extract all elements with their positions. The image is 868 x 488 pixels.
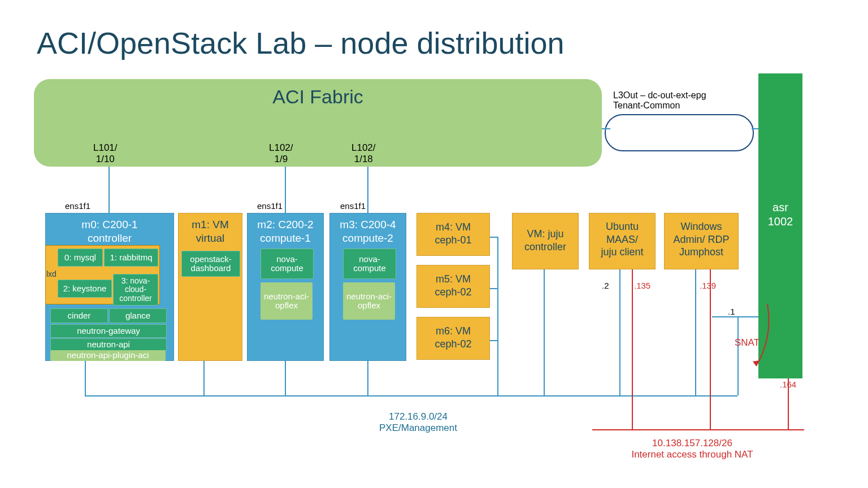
branch-m5 xyxy=(490,288,498,289)
link-fabric-cloud xyxy=(602,128,610,129)
svc-keystone: 2: keystone xyxy=(58,280,112,298)
lxd-label: lxd xyxy=(46,269,57,278)
svc-m3-nova-compute: nova-compute xyxy=(343,249,396,279)
l3out-label: L3Out – dc-out-ext-epg Tenant-Common xyxy=(613,90,706,111)
drop-m1 xyxy=(203,361,205,395)
cloud-icon xyxy=(605,114,754,151)
iface-m3: ens1f1 xyxy=(340,201,366,211)
mgmt-bus xyxy=(85,395,737,396)
red-winrdp xyxy=(710,269,711,429)
drop-maas xyxy=(619,269,620,395)
svc-m3-neutron-aci-opflex: neutron-aci-opflex xyxy=(343,282,395,320)
ip-maas-nat: .135 xyxy=(634,281,650,290)
ip-maas-mgmt: .2 xyxy=(602,281,609,290)
port-l102-1-18: L102/ 1/18 xyxy=(351,142,376,165)
drop-m3 xyxy=(367,361,368,395)
link-fabric-m3 xyxy=(367,167,368,213)
port-l101-1-10: L101/ 1/10 xyxy=(93,142,118,165)
svc-openstack-dashboard: openstack-dashboard xyxy=(181,251,240,277)
aci-fabric-title: ACI Fabric xyxy=(34,86,602,108)
link-cloud-asr xyxy=(752,128,758,129)
node-m5-ceph02: m5: VM ceph-02 xyxy=(416,265,490,308)
diagram-stage: ACI/OpenStack Lab – node distribution AC… xyxy=(0,0,868,488)
drop-ceph xyxy=(497,237,498,395)
svc-neutron-gateway: neutron-gateway xyxy=(50,324,167,338)
svc-mysql: 0: mysql xyxy=(58,249,103,267)
node-m4-title: m4: VM ceph-01 xyxy=(417,213,489,246)
node-m1-title: m1: VM virtual xyxy=(179,213,242,245)
red-maas xyxy=(632,269,633,429)
svc-neutron-api: neutron-api xyxy=(50,338,167,351)
svc-glance: glance xyxy=(109,308,167,323)
ip-gateway: .1 xyxy=(728,307,735,316)
svc-rabbitmq: 1: rabbitmq xyxy=(104,249,158,267)
nat-network-label: 10.138.157.128/26 Internet access throug… xyxy=(619,438,766,460)
ip-winrdp-nat: .139 xyxy=(700,281,716,290)
gw-vline xyxy=(737,316,739,395)
asr-1002-label: asr 1002 xyxy=(758,73,802,229)
branch-m4 xyxy=(490,237,498,238)
branch-m6 xyxy=(490,340,498,341)
snat-label: SNAT xyxy=(735,337,760,348)
node-m1-virtual: m1: VM virtual xyxy=(178,213,242,361)
node-windows-rdp: Windows Admin/ RDP Jumphost xyxy=(664,213,739,269)
nat-bus xyxy=(592,429,804,430)
svg-marker-0 xyxy=(753,360,760,366)
node-m6-title: m6: VM ceph-02 xyxy=(417,317,489,350)
ip-asr-nat: .164 xyxy=(780,380,796,389)
node-m3-title: m3: C200-4 compute-2 xyxy=(330,213,406,245)
node-m5-title: m5: VM ceph-02 xyxy=(417,265,489,298)
node-m0-title: m0: C200-1 controller xyxy=(46,213,173,245)
node-m2-title: m2: C200-2 compute-1 xyxy=(248,213,323,245)
node-m4-ceph01: m4: VM ceph-01 xyxy=(416,213,490,256)
node-juju-controller: VM: juju controller xyxy=(512,213,579,269)
node-maas: Ubuntu MAAS/ juju client xyxy=(589,213,656,269)
link-fabric-m0 xyxy=(108,167,110,213)
drop-m0 xyxy=(85,361,86,395)
svc-neutron-api-plugin-aci: neutron-api-plugin-aci xyxy=(50,350,166,361)
link-fabric-m2 xyxy=(285,167,286,213)
aci-fabric-box: ACI Fabric L101/ 1/10 L102/ 1/9 L102/ 1/… xyxy=(34,79,602,167)
node-m6-ceph02b: m6: VM ceph-02 xyxy=(416,317,490,360)
drop-m2 xyxy=(285,361,286,395)
drop-juju xyxy=(544,269,545,395)
svc-m2-neutron-aci-opflex: neutron-aci-opflex xyxy=(261,282,313,320)
node-winrdp-title: Windows Admin/ RDP Jumphost xyxy=(665,213,738,259)
node-juju-title: VM: juju controller xyxy=(513,213,578,253)
port-l102-1-9: L102/ 1/9 xyxy=(269,142,293,165)
iface-m0: ens1f1 xyxy=(65,201,90,211)
page-title: ACI/OpenStack Lab – node distribution xyxy=(37,25,565,60)
mgmt-network-label: 172.16.9.0/24 PXE/Management xyxy=(356,411,480,434)
node-maas-title: Ubuntu MAAS/ juju client xyxy=(589,213,655,259)
drop-winrdp xyxy=(695,269,696,395)
iface-m2: ens1f1 xyxy=(257,201,283,211)
svc-nova-cloud-controller: 3: nova-cloud-controller xyxy=(113,274,158,306)
svc-cinder: cinder xyxy=(50,308,108,323)
svc-m2-nova-compute: nova-compute xyxy=(261,249,314,279)
